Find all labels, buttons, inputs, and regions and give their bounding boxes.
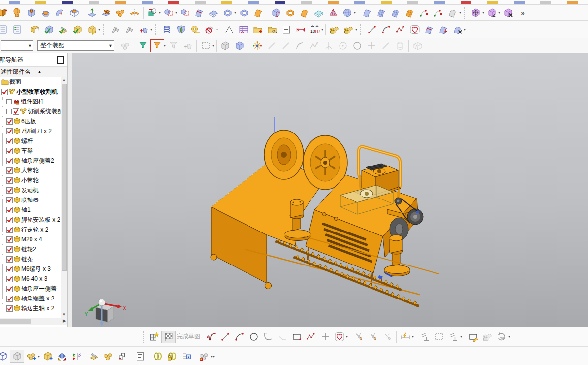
- chevron-down-icon[interactable]: ▾: [459, 10, 461, 15]
- sketch-arc-icon[interactable]: [232, 331, 247, 343]
- toolbar-drag-handle[interactable]: [143, 331, 146, 343]
- visibility-checkbox[interactable]: [6, 148, 13, 154]
- subtract-boolean-icon[interactable]: [178, 6, 192, 19]
- toolbar-drag-handle[interactable]: [155, 24, 158, 35]
- tree-item-1[interactable]: 截面: [0, 77, 61, 87]
- visibility-checkbox[interactable]: [6, 197, 13, 203]
- exploded-views-icon[interactable]: [87, 350, 101, 363]
- tree-item-5[interactable]: 6压板: [0, 116, 61, 126]
- tree-expand-icon[interactable]: [6, 109, 12, 114]
- tree-horizontal-scrollbar[interactable]: ▶: [0, 318, 67, 325]
- edge-blend-icon[interactable]: [283, 6, 297, 19]
- scroll-down-icon[interactable]: ▼: [61, 311, 67, 318]
- sketch-fillet-icon[interactable]: [261, 331, 275, 343]
- visibility-checkbox[interactable]: [6, 158, 13, 164]
- tree-item-10[interactable]: 大带轮: [0, 166, 61, 175]
- tree-item-12[interactable]: 发动机: [0, 185, 61, 195]
- chevron-down-icon[interactable]: ▾: [508, 334, 510, 339]
- mirror-feature-icon[interactable]: [127, 6, 142, 19]
- visibility-checkbox[interactable]: [6, 177, 13, 184]
- extrude-body-icon[interactable]: [85, 6, 99, 19]
- chevron-down-icon[interactable]: ▾: [175, 10, 177, 15]
- chevron-down-icon[interactable]: ▾: [482, 10, 484, 15]
- sketch-polygon-icon[interactable]: [304, 331, 318, 343]
- tree-item-15[interactable]: 脚轮安装板 x 2: [0, 215, 61, 225]
- filter-selection-icon[interactable]: [136, 39, 150, 52]
- scrollbar-thumb[interactable]: [62, 84, 67, 271]
- snap-endpoint-icon[interactable]: [264, 39, 279, 52]
- add-component-icon[interactable]: [24, 350, 38, 363]
- tree-item-20[interactable]: M6螺母 x 3: [0, 264, 61, 274]
- filter-move-icon[interactable]: [166, 39, 181, 52]
- sketch-line-icon[interactable]: [218, 331, 232, 343]
- tree-item-14[interactable]: 轴1: [0, 205, 61, 215]
- pattern-feature-icon[interactable]: [99, 6, 113, 19]
- swept-surface-icon[interactable]: [360, 6, 374, 19]
- snap-axis-icon[interactable]: [321, 39, 336, 52]
- sketch-in-task-icon[interactable]: [147, 331, 161, 343]
- assembly-arrangements-icon[interactable]: [101, 350, 115, 363]
- tree-item-19[interactable]: 链条: [0, 254, 61, 264]
- reattach-sketch-icon[interactable]: [495, 331, 509, 343]
- snap-intersection-icon[interactable]: [364, 39, 378, 52]
- shield-check-icon[interactable]: [174, 23, 188, 36]
- weld-assistant-icon[interactable]: [108, 23, 122, 36]
- delete-face-icon[interactable]: [501, 6, 515, 19]
- dimension-style-brush-icon[interactable]: [293, 23, 308, 36]
- sketch-chamfer-icon[interactable]: [275, 331, 289, 343]
- snap-circle-icon[interactable]: [350, 39, 364, 52]
- visibility-checkbox[interactable]: [1, 89, 8, 95]
- visibility-checkbox[interactable]: [6, 305, 13, 312]
- tree-item-13[interactable]: 联轴器: [0, 195, 61, 205]
- tree-item-18[interactable]: 链轮2: [0, 244, 61, 254]
- chevron-down-icon[interactable]: ▾: [164, 43, 166, 48]
- chevron-down-icon[interactable]: ▾: [98, 27, 100, 32]
- tree-item-24[interactable]: 输送主轴 x 2: [0, 303, 61, 313]
- chevron-down-icon[interactable]: ▾: [355, 27, 357, 32]
- panel-restore-button[interactable]: [57, 56, 64, 64]
- filter-grab-icon[interactable]: [181, 39, 195, 52]
- studio-surface-icon[interactable]: [402, 6, 417, 19]
- visibility-checkbox[interactable]: [6, 138, 13, 144]
- tree-item-16[interactable]: 行走轮 x 2: [0, 225, 61, 234]
- tree-item-6[interactable]: 7切割刀 x 2: [0, 126, 61, 136]
- chevron-down-icon[interactable]: ▾: [213, 354, 215, 359]
- marquee-select-icon[interactable]: [198, 39, 213, 52]
- scroll-right-icon[interactable]: ▶: [63, 318, 66, 323]
- attribute-edit-icon[interactable]: [85, 23, 99, 36]
- tree-item-22[interactable]: 轴承座一侧盖: [0, 284, 61, 294]
- quick-extend-icon[interactable]: [366, 331, 380, 343]
- filter-active-icon[interactable]: [150, 39, 164, 52]
- chevron-down-icon[interactable]: ▾: [412, 334, 414, 339]
- lock-components-icon[interactable]: [327, 23, 341, 36]
- visibility-checkbox[interactable]: [6, 236, 13, 243]
- tree-expand-icon[interactable]: [6, 99, 12, 104]
- snap-arc-center-icon[interactable]: [336, 39, 350, 52]
- split-body-plane-icon[interactable]: [206, 6, 220, 19]
- tree-item-2[interactable]: 小型牧草收割机: [0, 87, 61, 97]
- boss-feature-icon[interactable]: [38, 6, 53, 19]
- constraint-display-icon[interactable]: [446, 331, 461, 343]
- mirror-assembly-icon[interactable]: [55, 350, 69, 363]
- shell-face-icon[interactable]: [237, 6, 251, 19]
- datum-pick-hand-icon[interactable]: [136, 23, 151, 36]
- section-curve-icon[interactable]: [431, 6, 445, 19]
- toolbar-drag-handle[interactable]: [360, 24, 363, 35]
- folder-circles-icon[interactable]: [265, 23, 279, 36]
- visibility-checkbox[interactable]: [6, 266, 13, 272]
- section-view-icon[interactable]: [0, 6, 10, 19]
- chevron-down-icon[interactable]: ▾: [321, 27, 323, 32]
- model-check-icon[interactable]: [70, 23, 85, 36]
- tree-item-3[interactable]: 组件图样: [0, 97, 61, 106]
- chevron-down-icon[interactable]: ▾: [234, 10, 236, 15]
- geometric-constraints-icon[interactable]: [418, 331, 432, 343]
- assembly-sequence-icon[interactable]: [115, 350, 129, 363]
- visibility-checkbox[interactable]: [6, 118, 13, 125]
- visibility-checkbox[interactable]: [6, 276, 13, 282]
- intersect-boolean-icon[interactable]: [145, 6, 159, 19]
- view-triad[interactable]: X Y Z: [84, 299, 126, 327]
- surface-flip-icon[interactable]: [450, 23, 464, 36]
- product-outline-icon[interactable]: [133, 350, 147, 363]
- offset-region-icon[interactable]: [485, 6, 499, 19]
- bounded-plane-icon[interactable]: [311, 6, 326, 19]
